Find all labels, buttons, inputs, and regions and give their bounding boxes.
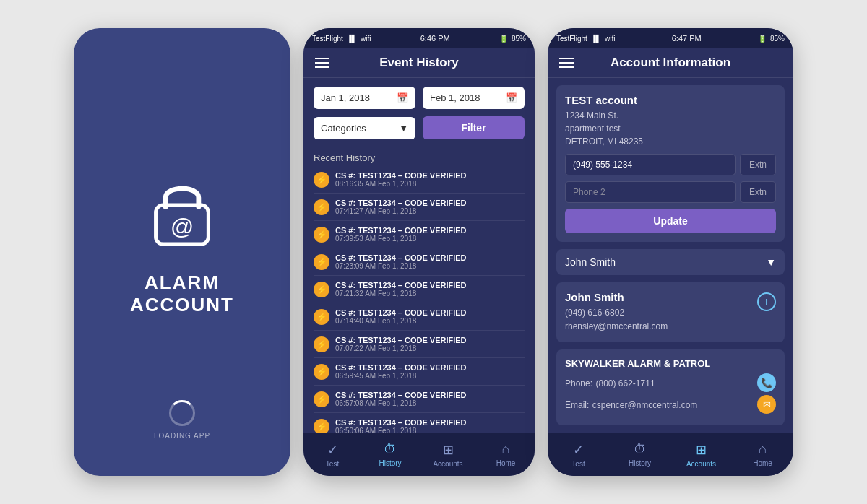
filter-section: Jan 1, 2018 📅 Feb 1, 2018 📅 Categories ▼… [303,78,535,148]
history-item-time: 08:16:35 AM Feb 1, 2018 [335,180,525,188]
bottom-nav: ✓ Test ⏱ History ⊞ Accounts ⌂ Home [548,433,793,476]
address-line3: DETROIT, MI 48235 [565,135,776,148]
lightning-icon: ⚡ [314,391,329,407]
app-logo: @ ALARM ACCOUNT [130,173,234,316]
history-item[interactable]: ⚡ CS #: TEST1234 – CODE VERIFIED 06:50:0… [314,413,525,433]
date-to-input[interactable]: Feb 1, 2018 📅 [423,87,525,109]
history-label: Recent History [303,148,535,166]
nav-item-history[interactable]: ⏱ History [361,433,419,476]
status-time: 6:46 PM [420,34,450,43]
history-item-time: 06:59:45 AM Feb 1, 2018 [335,372,525,380]
history-item[interactable]: ⚡ CS #: TEST1234 – CODE VERIFIED 07:39:5… [314,221,525,248]
phone-input-1[interactable]: (949) 555-1234 [565,154,736,175]
history-item-title: CS #: TEST1234 – CODE VERIFIED [335,363,525,372]
dealer-name: SKYWALKER ALARM & PATROL [565,358,776,369]
phone-row-2: Phone 2 Extn [565,181,776,203]
history-item[interactable]: ⚡ CS #: TEST1234 – CODE VERIFIED 06:59:4… [314,358,525,386]
date-from-input[interactable]: Jan 1, 2018 📅 [314,87,415,109]
chevron-down-icon: ▼ [399,123,408,134]
bottom-nav: ✓ Test ⏱ History ⊞ Accounts ⌂ Home [303,433,535,476]
test-icon: ✓ [327,442,338,458]
history-icon: ⏱ [634,442,647,457]
nav-item-accounts[interactable]: ⊞ Accounts [419,433,477,476]
screen-event-history: TestFlight ▐▌ wifi 6:46 PM 🔋 85% Event H… [303,28,535,476]
status-carrier: TestFlight [312,35,343,43]
home-icon: ⌂ [502,442,510,457]
contact-name: John Smith [565,291,757,303]
nav-bar: Account Information [548,48,793,78]
phone-input-2[interactable]: Phone 2 [565,181,736,203]
hamburger-menu[interactable] [315,58,329,68]
info-button[interactable]: i [757,292,776,311]
history-item-title: CS #: TEST1234 – CODE VERIFIED [335,199,525,207]
contact-info: John Smith (949) 616-6802 rhensley@nmcce… [565,291,757,334]
battery-icon: 🔋 [499,35,508,43]
history-label: History [379,459,401,467]
history-item[interactable]: ⚡ CS #: TEST1234 – CODE VERIFIED 07:14:4… [314,303,525,331]
battery-level: 85% [512,35,526,43]
test-label: Test [326,460,339,468]
history-label: History [629,459,651,467]
categories-dropdown[interactable]: Categories ▼ [314,117,415,139]
lightning-icon: ⚡ [314,254,329,270]
loading-spinner [169,400,195,426]
history-item[interactable]: ⚡ CS #: TEST1234 – CODE VERIFIED 07:07:2… [314,331,525,358]
extn-input-1[interactable]: Extn [740,154,776,175]
loading-section: LOADING APP [154,400,210,440]
call-button[interactable]: 📞 [757,373,776,392]
history-item-time: 07:41:27 AM Feb 1, 2018 [335,207,525,215]
history-item-time: 07:39:53 AM Feb 1, 2018 [335,235,525,243]
dealer-email-value: cspencer@nmccentral.com [592,400,698,410]
screen-title: Account Information [611,56,730,70]
nav-item-home[interactable]: ⌂ Home [732,433,793,476]
nav-item-accounts[interactable]: ⊞ Accounts [670,433,732,476]
dealer-email-row: Email: cspencer@nmccentral.com ✉ [565,395,776,414]
contact-dropdown[interactable]: John Smith ▼ [556,249,785,275]
contact-phone: (949) 616-6802 [565,306,757,320]
nav-item-home[interactable]: ⌂ Home [477,433,535,476]
account-content: TEST account 1234 Main St. apartment tes… [548,78,793,433]
test-icon: ✓ [573,442,584,458]
lightning-icon: ⚡ [314,336,329,352]
nav-bar: Event History [303,48,535,78]
dealer-phone-value: (800) 662-1711 [596,378,655,388]
dealer-phone-row: Phone: (800) 662-1711 📞 [565,373,776,392]
accounts-icon: ⊞ [443,442,454,458]
history-list: ⚡ CS #: TEST1234 – CODE VERIFIED 08:16:3… [303,166,535,433]
history-item-time: 07:07:22 AM Feb 1, 2018 [335,344,525,352]
history-item[interactable]: ⚡ CS #: TEST1234 – CODE VERIFIED 06:57:0… [314,386,525,413]
account-address: 1234 Main St. apartment test DETROIT, MI… [565,109,776,148]
nav-item-test[interactable]: ✓ Test [303,433,361,476]
history-item[interactable]: ⚡ CS #: TEST1234 – CODE VERIFIED 07:21:3… [314,276,525,303]
account-card: TEST account 1234 Main St. apartment tes… [556,85,785,242]
loading-text: LOADING APP [154,432,210,440]
extn-input-2[interactable]: Extn [740,181,776,203]
filter-row: Categories ▼ Filter [314,116,525,139]
history-item-title: CS #: TEST1234 – CODE VERIFIED [335,308,525,317]
nav-item-history[interactable]: ⏱ History [609,433,670,476]
history-item-time: 07:23:09 AM Feb 1, 2018 [335,262,525,270]
lightning-icon: ⚡ [314,172,329,188]
chevron-down-icon: ▼ [766,256,776,268]
history-item[interactable]: ⚡ CS #: TEST1234 – CODE VERIFIED 07:41:2… [314,194,525,221]
test-label: Test [571,460,585,468]
wifi-icon: wifi [605,35,615,43]
filter-button[interactable]: Filter [423,116,525,139]
update-button[interactable]: Update [565,209,776,233]
account-name: TEST account [565,94,776,106]
history-icon: ⏱ [384,442,397,457]
dealer-phone-label: Phone: [565,378,592,388]
history-item-time: 06:57:08 AM Feb 1, 2018 [335,399,525,407]
accounts-label: Accounts [686,460,716,468]
hamburger-menu[interactable] [559,58,574,68]
history-item[interactable]: ⚡ CS #: TEST1234 – CODE VERIFIED 07:23:0… [314,248,525,276]
screen-title: Event History [379,56,459,70]
history-item[interactable]: ⚡ CS #: TEST1234 – CODE VERIFIED 08:16:3… [314,166,525,194]
wifi-icon: wifi [361,35,371,43]
dealer-email-label: Email: [565,400,589,410]
email-button[interactable]: ✉ [757,395,776,414]
history-item-title: CS #: TEST1234 – CODE VERIFIED [335,171,525,180]
nav-item-test[interactable]: ✓ Test [548,433,609,476]
svg-text:@: @ [171,213,194,239]
screen-account-info: TestFlight ▐▌ wifi 6:47 PM 🔋 85% Account… [548,28,793,476]
